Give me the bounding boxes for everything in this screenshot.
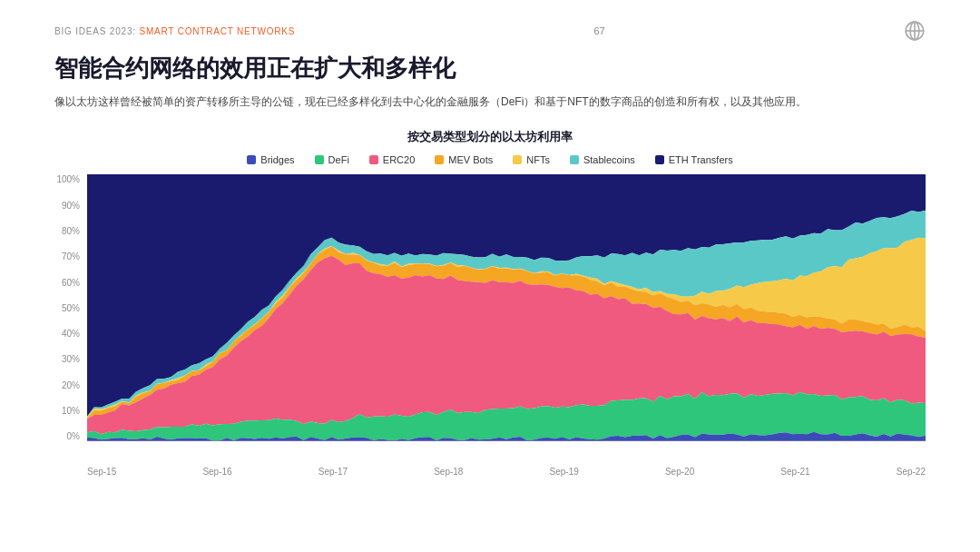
x-label-sep19: Sep-19 xyxy=(550,467,579,477)
legend-label-bridges: Bridges xyxy=(260,154,294,165)
page: BIG IDEAS 2023: SMART CONTRACT NETWORKS … xyxy=(0,0,980,552)
legend-label-nfts: NFTs xyxy=(526,154,550,165)
legend-dot-defi xyxy=(315,155,324,164)
x-label-sep18: Sep-18 xyxy=(434,467,463,477)
x-label-sep20: Sep-20 xyxy=(665,467,694,477)
globe-icon xyxy=(904,20,926,42)
legend-item-mev: MEV Bots xyxy=(435,154,493,165)
legend-label-erc20: ERC20 xyxy=(383,154,415,165)
x-label-sep16: Sep-16 xyxy=(202,467,231,477)
brand-text: BIG IDEAS 2023: xyxy=(54,26,136,36)
page-number: 67 xyxy=(593,25,604,36)
x-axis: Sep-15 Sep-16 Sep-17 Sep-18 Sep-19 Sep-2… xyxy=(54,467,926,477)
legend-label-stablecoins: Stablecoins xyxy=(583,154,635,165)
legend-dot-mev xyxy=(435,155,444,164)
legend-dot-stablecoins xyxy=(570,155,579,164)
header: BIG IDEAS 2023: SMART CONTRACT NETWORKS … xyxy=(54,20,926,42)
legend-item-nfts: NFTs xyxy=(513,154,550,165)
x-label-sep22: Sep-22 xyxy=(897,467,926,477)
header-brand: BIG IDEAS 2023: SMART CONTRACT NETWORKS xyxy=(54,26,295,36)
legend-label-eth-transfers: ETH Transfers xyxy=(669,154,733,165)
legend-item-bridges: Bridges xyxy=(247,154,294,165)
x-label-sep17: Sep-17 xyxy=(318,467,348,477)
y-axis: 100% 90% 80% 70% 60% 50% 40% 30% 20% 10%… xyxy=(54,174,83,441)
legend-dot-erc20 xyxy=(369,155,378,164)
legend-dot-nfts xyxy=(513,155,522,164)
legend-item-stablecoins: Stablecoins xyxy=(570,154,635,165)
legend-item-eth-transfers: ETH Transfers xyxy=(655,154,733,165)
chart-title: 按交易类型划分的以太坊利用率 xyxy=(54,129,926,145)
legend-label-defi: DeFi xyxy=(328,154,349,165)
globe-icon-container xyxy=(904,20,926,42)
chart-container: 按交易类型划分的以太坊利用率 Bridges DeFi ERC20 MEV Bo… xyxy=(54,129,926,477)
chart-area: 100% 90% 80% 70% 60% 50% 40% 30% 20% 10%… xyxy=(54,174,926,465)
chart-legend: Bridges DeFi ERC20 MEV Bots NFTs Stablec… xyxy=(54,154,926,165)
legend-item-defi: DeFi xyxy=(315,154,349,165)
legend-dot-bridges xyxy=(247,155,256,164)
chart-canvas xyxy=(87,174,926,441)
subtitle: 像以太坊这样曾经被简单的资产转移所主导的公链，现在已经多样化到去中心化的金融服务… xyxy=(54,94,926,111)
main-title: 智能合约网络的效用正在扩大和多样化 xyxy=(54,54,926,83)
x-label-sep15: Sep-15 xyxy=(87,467,116,477)
legend-dot-eth-transfers xyxy=(655,155,664,164)
legend-label-mev: MEV Bots xyxy=(448,154,493,165)
brand-subtitle: SMART CONTRACT NETWORKS xyxy=(139,26,295,36)
legend-item-erc20: ERC20 xyxy=(369,154,415,165)
x-label-sep21: Sep-21 xyxy=(780,467,809,477)
